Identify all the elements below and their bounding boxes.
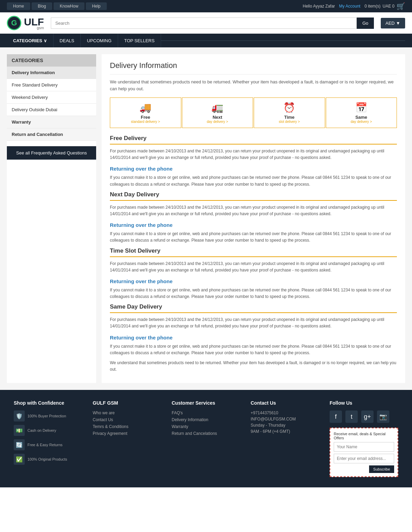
- top-right: Hello Ayyaz Zafar My Account 0 item(s) U…: [303, 2, 405, 10]
- footer-col2-title: GULF GSM: [93, 400, 161, 406]
- footer-col-confidence: Shop with Confidence 🛡️ 100% Buyer Prote…: [14, 400, 82, 477]
- time-delivery-label: Time: [284, 115, 295, 120]
- sidebar-item-delivery-info[interactable]: Delivery Information: [7, 67, 96, 79]
- badge-original-label: 100% Original Products: [27, 457, 67, 461]
- footer-col-social: Follow Us f t g+ 📷 Receive email, deals …: [330, 400, 398, 477]
- search-input[interactable]: [51, 18, 357, 29]
- badge-buyer-label: 100% Buyer Protection: [27, 414, 66, 418]
- free-returns-icon: 🔄: [14, 439, 25, 450]
- footer-link-contact[interactable]: Contact Us: [93, 417, 161, 422]
- nav-bar: CATEGORIES ∨ DEALS UPCOMING TOP SELLERS: [0, 34, 412, 47]
- footer-link-privacy[interactable]: Privacy Agreement: [93, 431, 161, 436]
- footer-link-return[interactable]: Return and Cancelations: [172, 431, 240, 436]
- search-button[interactable]: Go: [357, 18, 374, 29]
- nav-home[interactable]: Home: [7, 2, 30, 10]
- section-text-next: For purchases made between 24/10/2013 an…: [110, 204, 397, 217]
- currency-button[interactable]: AED ▼: [381, 18, 405, 28]
- footer-col-services: Customer Services FAQ's Delivery Informa…: [172, 400, 240, 477]
- footer-link-warranty[interactable]: Warranty: [172, 424, 240, 429]
- logo-text: ULF gsm: [24, 16, 44, 30]
- sidebar-item-weekend[interactable]: Weekend Delivery: [7, 91, 96, 104]
- faq-button[interactable]: See all Frequently Asked Questions: [7, 146, 96, 160]
- content-intro: We understand that sometimes products ne…: [110, 79, 397, 92]
- logo-area: G ULF gsm: [7, 16, 44, 30]
- footer-col5-title: Follow Us: [330, 400, 398, 406]
- footer-col4-title: Contact Us: [251, 400, 319, 406]
- search-bar: Go: [51, 18, 374, 29]
- footer-link-about[interactable]: Who we are: [93, 410, 161, 415]
- badge-buyer: 🛡️ 100% Buyer Protection: [14, 410, 82, 421]
- section-text-time: For purchases made between 24/10/2013 an…: [110, 261, 397, 274]
- section-sub-next: Returning over the phone: [110, 222, 397, 228]
- next-delivery-sub: day delivery >: [207, 120, 228, 124]
- sidebar-item-free-standard[interactable]: Free Standard Delivery: [7, 79, 96, 91]
- nav-blog[interactable]: Blog: [32, 2, 52, 10]
- icon-free-delivery[interactable]: 🚚 Free standard delivery >: [110, 97, 181, 128]
- facebook-icon[interactable]: f: [330, 410, 342, 423]
- nav-help[interactable]: Help: [86, 2, 107, 10]
- twitter-icon[interactable]: t: [345, 410, 358, 423]
- free-delivery-label: Free: [141, 115, 150, 120]
- icon-same-delivery[interactable]: 📅 Same day delivery >: [326, 97, 397, 128]
- newsletter-email-input[interactable]: [334, 454, 394, 463]
- contact-time: 9AM - 6PM (+4 GMT): [251, 429, 319, 434]
- footer-col1-title: Shop with Confidence: [14, 400, 82, 406]
- sidebar-section-warranty[interactable]: Warranty: [7, 116, 96, 128]
- footer-link-terms[interactable]: Temrs & Conditions: [93, 424, 161, 429]
- instagram-icon[interactable]: 📷: [377, 410, 389, 423]
- footer-col-contact: Contact Us +97144375610 INFO@GULFGSM.COM…: [251, 400, 319, 477]
- badge-cash-label: Cash on Delivery: [27, 428, 56, 432]
- section-text-same: For purchases made between 24/10/2013 an…: [110, 316, 397, 329]
- time-delivery-sub: slot delivery >: [279, 120, 300, 124]
- my-account-link[interactable]: My Account: [339, 4, 360, 9]
- section-subtext-time: If you cannot make it to a store or get …: [110, 287, 397, 300]
- next-delivery-icon: 🚛: [211, 102, 224, 113]
- same-delivery-sub: day delivery >: [351, 120, 372, 124]
- section-sub-free: Returning over the phone: [110, 166, 397, 172]
- icon-next-delivery[interactable]: 🚛 Next day delivery >: [182, 97, 253, 128]
- section-text-free: For purchases made between 24/10/2013 an…: [110, 148, 397, 161]
- footer: Shop with Confidence 🛡️ 100% Buyer Prote…: [0, 390, 412, 487]
- nav-separator: [161, 41, 405, 41]
- sidebar-item-outside-dubai[interactable]: Delivery Outside Dubai: [7, 104, 96, 116]
- section-title-next: Next Day Delivery: [110, 191, 397, 201]
- footer-link-faq[interactable]: FAQ's: [172, 410, 240, 415]
- same-delivery-icon: 📅: [355, 102, 367, 113]
- footer-link-delivery-info[interactable]: Delivery Information: [172, 417, 240, 422]
- badge-cash: 💵 Cash on Delivery: [14, 425, 82, 436]
- greeting: Hello Ayyaz Zafar: [303, 4, 335, 9]
- nav-upcoming[interactable]: UPCOMING: [81, 34, 118, 47]
- footer-col-gulfgsm: GULF GSM Who we are Contact Us Temrs & C…: [93, 400, 161, 477]
- section-title-same: Same Day Delivery: [110, 303, 397, 313]
- badge-returns: 🔄 Free & Easy Returns: [14, 439, 82, 450]
- section-subtext-next: If you cannot make it to a store or get …: [110, 231, 397, 244]
- newsletter-box: Receive email, deals & Special Offers Su…: [330, 428, 398, 477]
- original-products-icon: ✅: [14, 454, 25, 465]
- googleplus-icon[interactable]: g+: [361, 410, 374, 423]
- cart-icon[interactable]: 🛒: [397, 2, 405, 10]
- content-area: Delivery Information We understand that …: [102, 54, 405, 383]
- nav-categories[interactable]: CATEGORIES ∨: [7, 34, 54, 47]
- sidebar: CATEGORIES Delivery Information Free Sta…: [7, 54, 96, 383]
- section-sub-same: Returning over the phone: [110, 335, 397, 340]
- top-nav: Home Blog KnowHow Help: [7, 2, 107, 10]
- contact-hours: Sunday - Thursday: [251, 423, 319, 428]
- footer-col3-title: Customer Services: [172, 400, 240, 406]
- content-outro: We understand that sometimes products ne…: [110, 360, 397, 373]
- time-delivery-icon: ⏰: [283, 102, 295, 113]
- contact-email: INFO@GULFGSM.COM: [251, 417, 319, 421]
- subscribe-button[interactable]: Subscribe: [369, 465, 394, 473]
- nav-deals[interactable]: DEALS: [54, 34, 81, 47]
- contact-phone: +97144375610: [251, 410, 319, 415]
- sidebar-title: CATEGORIES: [7, 54, 96, 67]
- icon-time-delivery[interactable]: ⏰ Time slot delivery >: [254, 97, 325, 128]
- nav-knowhow[interactable]: KnowHow: [54, 2, 84, 10]
- newsletter-name-input[interactable]: [334, 442, 394, 452]
- sidebar-section-return[interactable]: Return and Cancellation: [7, 128, 96, 141]
- next-delivery-label: Next: [213, 115, 222, 120]
- nav-topsellers[interactable]: TOP SELLERS: [118, 34, 161, 47]
- section-title-free: Free Delivery: [110, 135, 397, 144]
- badge-original: ✅ 100% Original Products: [14, 454, 82, 465]
- footer-grid: Shop with Confidence 🛡️ 100% Buyer Prote…: [14, 400, 398, 477]
- free-delivery-sub: standard delivery >: [131, 120, 160, 124]
